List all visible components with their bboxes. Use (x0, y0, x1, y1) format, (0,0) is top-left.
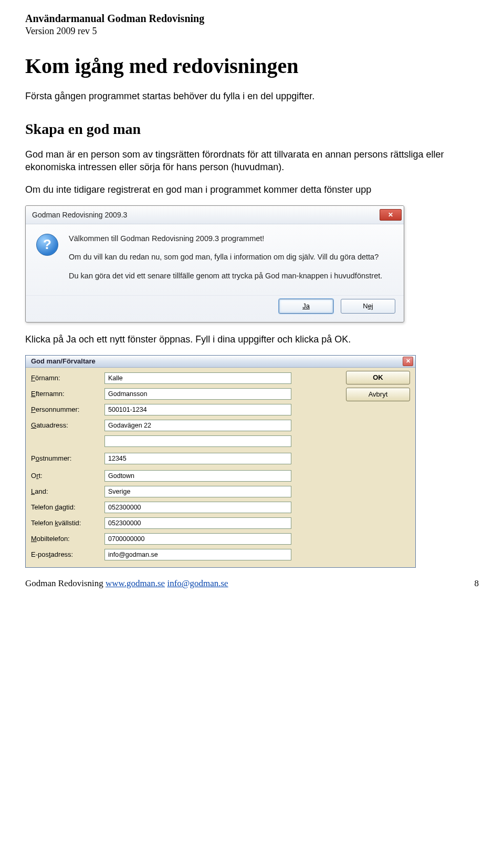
dialog-title: Godman Redovisning 2009.3 (32, 211, 127, 219)
footer-text: Godman Redovisning www.godman.se info@go… (25, 578, 228, 589)
doc-header-subtitle: Version 2009 rev 5 (25, 26, 479, 37)
label-epostadress: E-postadress: (31, 550, 104, 558)
godman-form-dialog: God man/Förvaltare ✕ Förnamn: Efternamn: (25, 355, 416, 568)
label-fornamn: Förnamn: (31, 374, 104, 382)
close-icon: ✕ (388, 211, 393, 219)
close-icon: ✕ (406, 358, 411, 365)
input-postnummer[interactable] (104, 453, 291, 464)
page-number: 8 (475, 578, 479, 589)
dialog-titlebar[interactable]: Godman Redovisning 2009.3 ✕ (26, 206, 404, 224)
label-postnummer: Postnummer: (31, 454, 104, 462)
label-telefon-dagtid: Telefon dagtid: (31, 503, 104, 511)
label-efternamn: Efternamn: (31, 390, 104, 398)
no-button[interactable]: Nej (341, 299, 395, 314)
label-gatuadress: Gatuadress: (31, 421, 104, 429)
form-titlebar[interactable]: God man/Förvaltare ✕ (26, 356, 415, 368)
label-land: Land: (31, 487, 104, 495)
input-fornamn[interactable] (104, 372, 291, 384)
input-mobiltelefon[interactable] (104, 533, 291, 545)
input-telefon-dagtid[interactable] (104, 502, 291, 513)
form-close-button[interactable]: ✕ (403, 357, 413, 366)
input-ort[interactable] (104, 470, 291, 482)
welcome-dialog: Godman Redovisning 2009.3 ✕ ? Välkommen … (25, 205, 404, 323)
input-efternamn[interactable] (104, 388, 291, 400)
yes-button[interactable]: Ja (279, 299, 333, 314)
dialog-line-2: Om du vill kan du redan nu, som god man,… (69, 252, 382, 263)
body-paragraph-3: Klicka på Ja och ett nytt fönster öppnas… (25, 333, 479, 346)
label-ort: Ort: (31, 472, 104, 480)
close-button[interactable]: ✕ (380, 209, 402, 221)
question-icon: ? (36, 234, 58, 256)
cancel-button[interactable]: Avbryt (346, 388, 410, 401)
body-paragraph-2: Om du inte tidigare registrerat en god m… (25, 183, 479, 196)
footer-link[interactable]: www.godman.se (106, 578, 165, 588)
label-telefon-kvallstid: Telefon kvällstid: (31, 519, 104, 527)
input-epostadress[interactable] (104, 549, 291, 560)
doc-header-title: Användarmanual Godman Redovisning (25, 13, 479, 25)
input-gatuadress2[interactable] (104, 435, 291, 447)
input-telefon-kvallstid[interactable] (104, 517, 291, 529)
dialog-line-1: Välkommen till Godman Redovisning 2009.3… (69, 234, 382, 244)
form-title: God man/Förvaltare (31, 357, 96, 365)
page-heading-1: Kom igång med redovisningen (25, 54, 479, 78)
input-gatuadress[interactable] (104, 420, 291, 431)
dialog-line-3: Du kan göra det vid ett senare tillfälle… (69, 271, 382, 282)
input-land[interactable] (104, 486, 291, 497)
footer-email[interactable]: info@godman.se (167, 578, 228, 588)
ok-button[interactable]: OK (346, 371, 410, 384)
intro-paragraph: Första gången programmet startas behöver… (25, 91, 479, 102)
page-heading-2: Skapa en god man (25, 121, 479, 138)
body-paragraph-1: God man är en person som av tingsrätten … (25, 148, 479, 174)
label-personnummer: Personnummer: (31, 405, 104, 413)
label-mobiltelefon: Mobiltelefon: (31, 535, 104, 543)
input-personnummer[interactable] (104, 404, 291, 415)
